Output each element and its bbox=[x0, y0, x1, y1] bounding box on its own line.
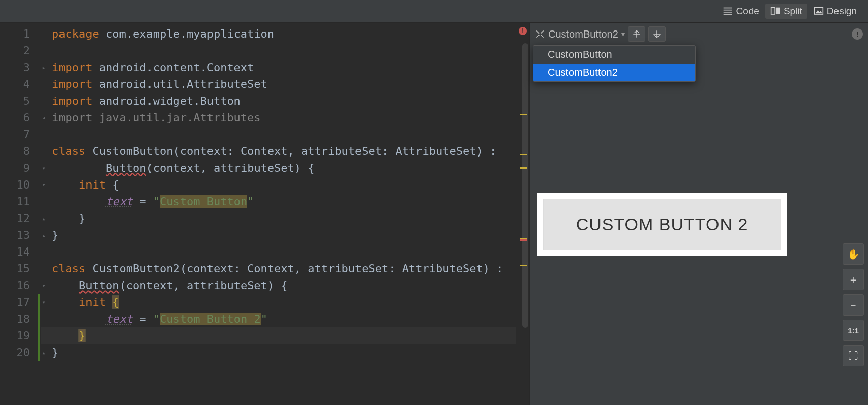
code-line[interactable]: import android.content.Context bbox=[41, 59, 516, 76]
split-icon bbox=[770, 7, 781, 16]
preview-selector-label: CustomButton2 bbox=[548, 28, 618, 40]
orientation-button-1[interactable] bbox=[628, 26, 645, 42]
line-number: 5 bbox=[0, 92, 30, 109]
marker-warning[interactable] bbox=[520, 114, 527, 115]
line-number: 1 bbox=[0, 25, 30, 42]
line-number: 18 bbox=[0, 310, 30, 327]
main-split-container: 1234567891011121314151617181920 ▸◂▾▾▴▴▾▾… bbox=[0, 23, 868, 405]
line-number: 2 bbox=[0, 42, 30, 59]
code-line[interactable]: import android.widget.Button bbox=[41, 92, 516, 109]
code-line[interactable]: init { bbox=[41, 294, 516, 310]
orientation-button-2[interactable] bbox=[648, 26, 666, 42]
split-mode-label: Split bbox=[784, 6, 802, 17]
code-mode-label: Code bbox=[736, 6, 759, 17]
code-line[interactable]: class CustomButton2(context: Context, at… bbox=[41, 260, 516, 277]
code-line[interactable]: } bbox=[41, 227, 516, 243]
preview-toolbar: CustomButton2 ▾ ! bbox=[530, 23, 868, 45]
line-number: 4 bbox=[0, 76, 30, 92]
image-icon bbox=[814, 7, 824, 16]
line-number: 17 bbox=[0, 294, 30, 310]
marker-warning[interactable] bbox=[520, 265, 527, 266]
zoom-1to1-button[interactable]: 1:1 bbox=[843, 320, 864, 341]
zoom-out-button[interactable]: － bbox=[843, 294, 864, 316]
code-line[interactable]: Button(context, attributeSet) { bbox=[41, 277, 516, 294]
code-line[interactable]: class CustomButton(context: Context, att… bbox=[41, 143, 516, 160]
rendered-custom-button[interactable]: CUSTOM BUTTON 2 bbox=[543, 199, 781, 250]
line-number: 9 bbox=[0, 160, 30, 176]
preview-warnings-icon[interactable]: ! bbox=[852, 28, 863, 40]
line-number: 11 bbox=[0, 193, 30, 210]
code-line[interactable]: import android.util.AttributeSet bbox=[41, 76, 516, 92]
design-mode-label: Design bbox=[827, 6, 857, 17]
split-mode-tab[interactable]: Split bbox=[765, 4, 807, 19]
chevron-down-icon: ▾ bbox=[621, 30, 625, 38]
code-line[interactable] bbox=[41, 243, 516, 260]
code-line[interactable]: text = "Custom Button" bbox=[41, 193, 516, 210]
code-line[interactable]: } bbox=[41, 327, 516, 344]
preview-selector-dropdown[interactable]: CustomButtonCustomButton2 bbox=[533, 45, 696, 82]
line-number: 6 bbox=[0, 109, 30, 126]
line-number: 7 bbox=[0, 126, 30, 143]
design-tools-icon bbox=[535, 29, 545, 39]
code-line[interactable]: Button(context, attributeSet) { bbox=[41, 160, 516, 176]
code-editor[interactable]: 1234567891011121314151617181920 ▸◂▾▾▴▴▾▾… bbox=[0, 23, 529, 405]
marker-warning[interactable] bbox=[520, 167, 527, 169]
line-number: 19 bbox=[0, 327, 30, 344]
preview-view-selector[interactable]: CustomButton2 ▾ bbox=[535, 28, 625, 40]
plus-icon: ＋ bbox=[848, 273, 858, 287]
marker-error[interactable] bbox=[520, 239, 527, 241]
code-line[interactable]: import java.util.jar.Attributes bbox=[41, 109, 516, 126]
svg-rect-4 bbox=[771, 8, 775, 14]
pan-tool-button[interactable]: ✋ bbox=[843, 243, 864, 265]
svg-rect-5 bbox=[776, 8, 780, 14]
code-line[interactable]: text = "Custom Button 2" bbox=[41, 310, 516, 327]
fit-screen-icon: ⛶ bbox=[848, 350, 858, 362]
zoom-in-button[interactable]: ＋ bbox=[843, 269, 864, 290]
hand-icon: ✋ bbox=[847, 248, 860, 260]
preview-option[interactable]: CustomButton2 bbox=[533, 64, 695, 81]
preview-option[interactable]: CustomButton bbox=[533, 46, 695, 64]
code-line[interactable]: package com.example.myapplication bbox=[41, 25, 516, 42]
code-line[interactable]: } bbox=[41, 344, 516, 361]
line-number: 13 bbox=[0, 227, 30, 243]
lines-icon bbox=[723, 7, 733, 16]
code-line[interactable]: init { bbox=[41, 176, 516, 193]
code-lines[interactable]: package com.example.myapplicationimport … bbox=[40, 23, 516, 405]
preview-panel: CustomButton2 ▾ ! CustomButtonCustomButt… bbox=[529, 23, 868, 405]
line-number: 20 bbox=[0, 344, 30, 361]
svg-marker-7 bbox=[815, 10, 822, 14]
line-number: 3 bbox=[0, 59, 30, 76]
marker-warning[interactable] bbox=[520, 154, 527, 155]
preview-canvas[interactable]: CUSTOM BUTTON 2 ✋ ＋ － 1:1 ⛶ bbox=[530, 45, 868, 405]
code-line[interactable]: } bbox=[41, 210, 516, 227]
editor-scrollbar[interactable] bbox=[522, 43, 528, 328]
editor-marker-strip: ! bbox=[516, 23, 529, 405]
line-number: 10 bbox=[0, 176, 30, 193]
minus-icon: － bbox=[848, 298, 858, 312]
error-indicator-icon[interactable]: ! bbox=[519, 27, 527, 35]
line-number: 16 bbox=[0, 277, 30, 294]
line-number-gutter: 1234567891011121314151617181920 bbox=[0, 23, 40, 405]
line-number: 12 bbox=[0, 210, 30, 227]
code-mode-tab[interactable]: Code bbox=[717, 4, 764, 19]
code-line[interactable] bbox=[41, 126, 516, 143]
line-number: 14 bbox=[0, 243, 30, 260]
zoom-fit-button[interactable]: ⛶ bbox=[843, 345, 864, 366]
line-number: 8 bbox=[0, 143, 30, 160]
code-line[interactable] bbox=[41, 42, 516, 59]
preview-device-frame: CUSTOM BUTTON 2 bbox=[537, 193, 787, 256]
view-mode-toolbar: Code Split Design bbox=[0, 0, 868, 23]
preview-zoom-tools: ✋ ＋ － 1:1 ⛶ bbox=[843, 243, 864, 366]
one-to-one-label: 1:1 bbox=[848, 326, 859, 335]
design-mode-tab[interactable]: Design bbox=[809, 4, 862, 19]
line-number: 15 bbox=[0, 260, 30, 277]
